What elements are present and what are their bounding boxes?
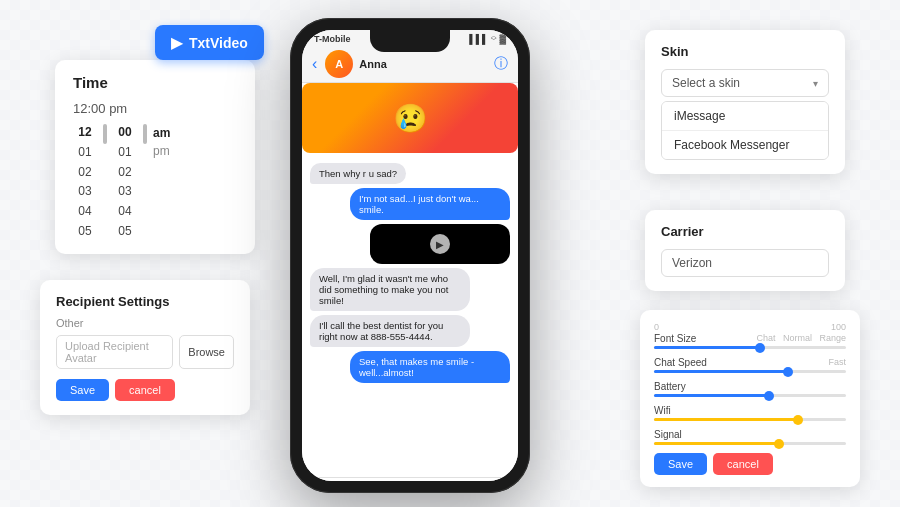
phone-screen: T-Mobile ●●● ▌▌▌ ⌔ ▓ ‹ A Anna ⓘ: [302, 30, 518, 481]
wifi-slider[interactable]: [654, 418, 846, 421]
signal-fill: [654, 442, 779, 445]
msg-5: See, that makes me smile - well...almost…: [350, 351, 510, 383]
chat-speed-fill: [654, 370, 788, 373]
recipient-cancel-button[interactable]: cancel: [115, 379, 175, 401]
skin-dropdown-label: Select a skin: [672, 76, 740, 90]
play-button[interactable]: ▶: [430, 234, 450, 254]
chat-speed-slider[interactable]: [654, 370, 846, 373]
carrier-panel: Carrier: [645, 210, 845, 291]
minutes-column[interactable]: 00 01 02 03 04 05: [113, 124, 137, 240]
hours-list: 12 01 02 03 04 05: [73, 124, 97, 240]
settings-cancel-button[interactable]: cancel: [713, 453, 773, 475]
font-size-label: Font Size: [654, 333, 696, 344]
ampm-column[interactable]: am pm: [153, 126, 170, 158]
battery-fill: [654, 394, 769, 397]
logo-text: TxtVideo: [189, 35, 248, 51]
settings-action-buttons: Save cancel: [654, 453, 846, 475]
wifi-labels: Wifi: [654, 405, 846, 416]
time-columns: 12 01 02 03 04 05 00 01 02 03 04 05: [73, 124, 237, 240]
wifi-icon: ⌔: [491, 34, 496, 44]
battery-icon: ▓: [499, 34, 506, 44]
battery-row: Battery: [654, 381, 846, 397]
time-display: 12:00 pm: [73, 101, 237, 116]
font-size-nums: 0100: [654, 322, 846, 332]
sad-emoji: 😢: [393, 102, 428, 135]
min-scroll-indicator: [143, 124, 147, 144]
carrier-title: Carrier: [661, 224, 829, 239]
settings-save-button[interactable]: Save: [654, 453, 707, 475]
minutes-list: 00 01 02 03 04 05: [113, 124, 137, 240]
signal-labels: Signal: [654, 429, 846, 440]
recipient-panel: Recipient Settings Other Upload Recipien…: [40, 280, 250, 415]
time-panel-title: Time: [73, 74, 237, 91]
skin-title: Skin: [661, 44, 829, 59]
contact-name: Anna: [359, 58, 494, 70]
battery-label: Battery: [654, 381, 686, 392]
hour-12[interactable]: 12: [73, 124, 97, 141]
chevron-down-icon: ▾: [813, 78, 818, 89]
font-size-sublabels: Chat Normal Range: [756, 333, 846, 344]
info-icon[interactable]: ⓘ: [494, 55, 508, 73]
min-05[interactable]: 05: [113, 223, 137, 240]
signal-label: Signal: [654, 429, 682, 440]
signal-icon: ▌▌▌: [469, 34, 488, 44]
chat-area[interactable]: Then why r u sad? I'm not sad...I just d…: [302, 157, 518, 477]
hour-04[interactable]: 04: [73, 203, 97, 220]
min-03[interactable]: 03: [113, 183, 137, 200]
skin-dropdown[interactable]: Select a skin ▾: [661, 69, 829, 97]
upload-row: Upload Recipient Avatar Browse: [56, 335, 234, 369]
recipient-save-button[interactable]: Save: [56, 379, 109, 401]
skin-option-imessage[interactable]: iMessage: [662, 102, 828, 130]
chat-input-bar: ⊞ ☺ ↑: [302, 477, 518, 481]
upload-input: Upload Recipient Avatar: [56, 335, 173, 369]
battery-slider[interactable]: [654, 394, 846, 397]
chat-speed-row: Chat Speed Fast: [654, 357, 846, 373]
contact-avatar: A: [325, 50, 353, 78]
logo-panel: ▶ TxtVideo: [155, 25, 264, 60]
skin-panel: Skin Select a skin ▾ iMessage Facebook M…: [645, 30, 845, 174]
wifi-thumb: [793, 415, 803, 425]
hour-02[interactable]: 02: [73, 164, 97, 181]
msg-1: Then why r u sad?: [310, 163, 406, 184]
msg-video[interactable]: ▶: [370, 224, 510, 264]
font-size-row: 0100 Font Size Chat Normal Range: [654, 322, 846, 349]
scene: ▶ TxtVideo Time 12:00 pm 12 01 02 03 04 …: [0, 0, 900, 507]
msg-2: I'm not sad...I just don't wa... smile.: [350, 188, 510, 220]
status-icons: ▌▌▌ ⌔ ▓: [469, 34, 506, 44]
contact-image: 😢: [302, 83, 518, 153]
min-02[interactable]: 02: [113, 164, 137, 181]
browse-button[interactable]: Browse: [179, 335, 234, 369]
skin-option-facebook[interactable]: Facebook Messenger: [662, 130, 828, 159]
min-04[interactable]: 04: [113, 203, 137, 220]
min-00[interactable]: 00: [113, 124, 137, 141]
settings-panel: 0100 Font Size Chat Normal Range Chat Sp…: [640, 310, 860, 487]
msg-3: Well, I'm glad it wasn't me who did some…: [310, 268, 470, 311]
pm-option[interactable]: pm: [153, 144, 170, 158]
font-size-thumb: [755, 343, 765, 353]
recipient-label: Other: [56, 317, 234, 329]
back-arrow-icon[interactable]: ‹: [312, 55, 317, 73]
battery-labels: Battery: [654, 381, 846, 392]
recipient-title: Recipient Settings: [56, 294, 234, 309]
chat-speed-labels: Chat Speed Fast: [654, 357, 846, 368]
status-carrier: T-Mobile: [314, 34, 351, 44]
hour-03[interactable]: 03: [73, 183, 97, 200]
font-size-labels: Font Size Chat Normal Range: [654, 333, 846, 344]
carrier-input[interactable]: [661, 249, 829, 277]
play-icon: ▶: [171, 33, 183, 52]
font-size-slider[interactable]: [654, 346, 846, 349]
hours-column[interactable]: 12 01 02 03 04 05: [73, 124, 97, 240]
skin-options-list: iMessage Facebook Messenger: [661, 101, 829, 160]
min-01[interactable]: 01: [113, 144, 137, 161]
hour-05[interactable]: 05: [73, 223, 97, 240]
hour-01[interactable]: 01: [73, 144, 97, 161]
recipient-action-buttons: Save cancel: [56, 379, 234, 401]
signal-slider[interactable]: [654, 442, 846, 445]
am-option[interactable]: am: [153, 126, 170, 140]
phone-notch: [370, 30, 450, 52]
signal-row: Signal: [654, 429, 846, 445]
msg-4: I'll call the best dentist for you right…: [310, 315, 470, 347]
font-size-fill: [654, 346, 760, 349]
signal-thumb: [774, 439, 784, 449]
chat-speed-fast: Fast: [828, 357, 846, 368]
